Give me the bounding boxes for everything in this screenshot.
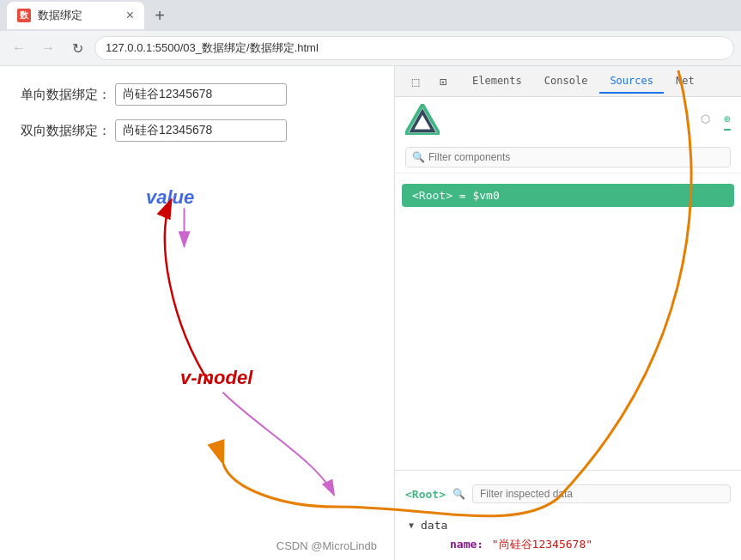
data-value-name: "尚硅谷12345678"	[492, 538, 592, 551]
expand-triangle: ▼	[409, 520, 414, 530]
back-button[interactable]: ←	[7, 36, 31, 60]
vue-tabs: ⬡ ⊕	[701, 109, 731, 131]
address-bar: ← → ↻	[0, 31, 741, 65]
devtools-tab-bar: ⬚ ⊡ Elements Console Sources Net	[395, 66, 741, 97]
filter-inspected-icon: 🔍	[452, 488, 465, 500]
browser-chrome: 数 数据绑定 × + ← → ↻	[0, 0, 741, 66]
page-wrapper: 数 数据绑定 × + ← → ↻ 单向数据绑定： 双向数据绑定：	[0, 0, 741, 560]
url-bar[interactable]	[94, 36, 734, 60]
filter-components-input[interactable]	[405, 147, 731, 167]
component-tree: <Root> = $vm0	[395, 173, 741, 463]
data-key-name: name:	[450, 538, 483, 551]
twoway-label: 双向数据绑定：	[21, 123, 115, 139]
data-expand-row: ▼ data	[409, 517, 727, 533]
twoway-binding-row: 双向数据绑定：	[21, 119, 374, 142]
forward-button[interactable]: →	[36, 36, 60, 60]
oneway-input[interactable]	[115, 83, 287, 106]
filter-wrapper: 🔍	[405, 147, 731, 167]
oneway-label: 单向数据绑定：	[21, 87, 115, 103]
tab-title: 数据绑定	[38, 8, 82, 23]
main-content: 单向数据绑定： 双向数据绑定： value v-model	[0, 66, 741, 560]
inspector-header: <Root> 🔍	[395, 478, 741, 510]
vue-logo	[405, 104, 440, 135]
refresh-button[interactable]: ↻	[65, 36, 89, 60]
vue-devtools-content: ⬡ ⊕ 🔍 <Root> = $vm0	[395, 97, 741, 560]
tab-bar: 数 数据绑定 × +	[0, 0, 741, 31]
inspector-divider	[395, 470, 741, 471]
vue-tab-components[interactable]: ⬡	[701, 109, 710, 131]
devtools-panel: ⬚ ⊡ Elements Console Sources Net ⬡	[395, 66, 741, 560]
inspector-root-label: <Root>	[405, 488, 446, 501]
filter-components-bar: 🔍	[395, 142, 741, 173]
tab-elements[interactable]: Elements	[462, 70, 532, 94]
vmodel-annotation: v-model	[180, 367, 252, 389]
vue-devtools-header: ⬡ ⊕	[395, 97, 741, 142]
oneway-binding-row: 单向数据绑定：	[21, 83, 374, 106]
device-icon[interactable]: ⊡	[433, 71, 453, 92]
inspect-icon[interactable]: ⬚	[405, 71, 426, 92]
tab-close-button[interactable]: ×	[126, 9, 134, 22]
active-tab[interactable]: 数 数据绑定 ×	[7, 2, 144, 29]
watermark: CSDN @MicroLindb	[276, 539, 377, 552]
value-annotation: value	[146, 186, 194, 209]
vue-tab-active[interactable]: ⊕	[724, 109, 731, 131]
tab-network[interactable]: Net	[665, 70, 705, 94]
tab-console[interactable]: Console	[534, 70, 598, 94]
tab-sources[interactable]: Sources	[599, 70, 664, 94]
twoway-input[interactable]	[115, 119, 287, 142]
root-component-item[interactable]: <Root> = $vm0	[402, 184, 734, 207]
data-section: ▼ data name: "尚硅谷12345678"	[395, 510, 741, 560]
data-section-label: data	[421, 519, 447, 532]
tab-favicon: 数	[17, 9, 31, 22]
devtools-toolbar: ⬚ ⊡	[398, 71, 460, 92]
filter-inspected-input[interactable]	[472, 484, 731, 503]
filter-search-icon: 🔍	[412, 151, 425, 163]
data-name-row: name: "尚硅谷12345678"	[429, 533, 727, 554]
new-tab-button[interactable]: +	[148, 3, 172, 27]
webpage-panel: 单向数据绑定： 双向数据绑定： value v-model	[0, 66, 395, 560]
